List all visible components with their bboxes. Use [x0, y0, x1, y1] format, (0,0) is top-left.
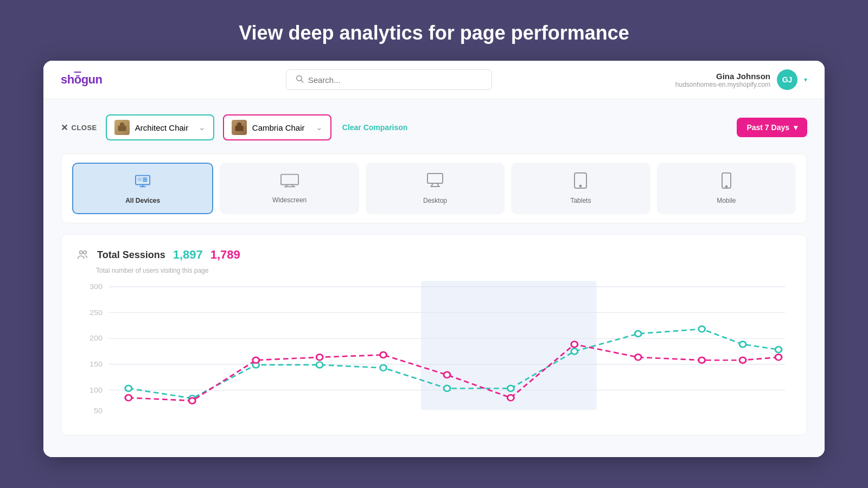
- svg-text:200: 200: [90, 335, 103, 342]
- close-button[interactable]: ✕ CLOSE: [61, 123, 97, 133]
- svg-text:300: 300: [90, 283, 103, 291]
- user-section: Gina Johnson hudsonhomes-en.myshopify.co…: [675, 69, 807, 90]
- svg-point-39: [380, 365, 387, 371]
- product2-dropdown[interactable]: Cambria Chair ⌄: [223, 114, 331, 140]
- user-store: hudsonhomes-en.myshopify.com: [675, 81, 770, 88]
- svg-point-54: [571, 342, 578, 348]
- tab-tablets[interactable]: Tablets: [511, 163, 650, 214]
- close-label: CLOSE: [72, 124, 97, 132]
- svg-rect-3: [235, 126, 243, 131]
- svg-point-56: [699, 357, 705, 363]
- search-bar: [102, 69, 675, 90]
- all-devices-icon: [135, 172, 151, 192]
- chart-title: Total Sessions: [97, 249, 165, 261]
- controls-row: ✕ CLOSE Architect Chair ⌄ Cambria Chair …: [61, 114, 807, 140]
- svg-text:250: 250: [90, 309, 103, 316]
- chart-subtitle: Total number of users visiting this page: [96, 267, 792, 274]
- svg-point-58: [775, 354, 782, 360]
- product2-name: Cambria Chair: [252, 123, 305, 132]
- tablet-icon: [574, 172, 587, 192]
- search-icon: [295, 74, 304, 85]
- svg-point-22: [84, 251, 87, 254]
- svg-rect-13: [427, 174, 443, 183]
- tab-label: Desktop: [423, 197, 447, 204]
- date-range-button[interactable]: Past 7 Days ▾: [737, 118, 807, 137]
- svg-text:100: 100: [90, 386, 103, 394]
- svg-point-51: [380, 352, 387, 358]
- app-container: shōgun Gina Johnson hudsonhomes-en.mysho…: [43, 61, 825, 457]
- svg-point-40: [444, 386, 450, 391]
- tab-all-devices[interactable]: All Devices: [72, 163, 213, 214]
- tab-label: Widescreen: [272, 196, 307, 204]
- close-icon: ✕: [61, 123, 68, 133]
- chart-title-group: Total Sessions 1,897 1,789: [97, 248, 240, 262]
- tab-label: Mobile: [717, 197, 736, 204]
- tab-label: Tablets: [570, 197, 591, 204]
- svg-point-41: [507, 386, 514, 391]
- svg-rect-9: [281, 175, 298, 185]
- svg-point-35: [125, 386, 132, 391]
- line-chart-svg: 300 250 200 150 100 50: [76, 281, 792, 422]
- tab-mobile[interactable]: Mobile: [657, 163, 796, 214]
- page-title: View deep analytics for page performance: [0, 0, 868, 61]
- user-info: Gina Johnson hudsonhomes-en.myshopify.co…: [675, 72, 770, 88]
- svg-point-20: [725, 186, 727, 188]
- sessions-icon: [76, 249, 88, 264]
- chevron-down-icon: ⌄: [316, 123, 323, 132]
- svg-point-21: [80, 251, 83, 254]
- mobile-icon: [722, 172, 731, 192]
- svg-point-55: [635, 354, 641, 360]
- svg-rect-2: [118, 126, 126, 131]
- svg-line-1: [301, 80, 303, 82]
- svg-point-45: [739, 342, 746, 348]
- svg-point-50: [316, 354, 323, 360]
- search-input[interactable]: [308, 75, 483, 85]
- tab-desktop[interactable]: Desktop: [366, 163, 505, 214]
- chart-value-green: 1,897: [173, 248, 203, 262]
- svg-text:50: 50: [94, 407, 103, 414]
- svg-point-48: [189, 398, 195, 404]
- avatar[interactable]: GJ: [777, 69, 797, 90]
- svg-point-44: [699, 326, 705, 332]
- chart-value-pink: 1,789: [210, 248, 240, 262]
- chart-header: Total Sessions 1,897 1,789: [76, 248, 792, 264]
- svg-point-53: [507, 395, 514, 401]
- product2-thumbnail: [232, 120, 247, 135]
- tab-widescreen[interactable]: Widescreen: [220, 163, 359, 214]
- clear-comparison-button[interactable]: Clear Comparison: [342, 123, 408, 132]
- svg-text:150: 150: [90, 361, 103, 368]
- chevron-down-icon: ⌄: [199, 123, 206, 132]
- device-tabs-panel: All Devices Widescreen: [61, 153, 807, 223]
- svg-point-52: [444, 372, 450, 378]
- tab-label: All Devices: [125, 197, 160, 204]
- widescreen-icon: [280, 173, 299, 192]
- svg-point-38: [316, 362, 323, 368]
- desktop-icon: [427, 172, 443, 192]
- chart-area: 300 250 200 150 100 50: [76, 281, 792, 422]
- product1-name: Architect Chair: [135, 123, 188, 132]
- svg-point-43: [635, 331, 641, 337]
- svg-point-42: [571, 349, 578, 355]
- svg-point-47: [125, 395, 132, 401]
- product1-thumbnail: [114, 120, 130, 135]
- chart-panel: Total Sessions 1,897 1,789 Total number …: [61, 234, 807, 435]
- svg-point-57: [739, 357, 746, 363]
- main-content: ✕ CLOSE Architect Chair ⌄ Cambria Chair …: [43, 99, 825, 457]
- chevron-down-icon: ▾: [794, 123, 797, 132]
- search-input-wrap[interactable]: [286, 69, 492, 90]
- top-nav: shōgun Gina Johnson hudsonhomes-en.mysho…: [43, 61, 825, 99]
- logo: shōgun: [61, 73, 102, 87]
- chevron-down-icon[interactable]: ▾: [804, 76, 807, 84]
- svg-point-46: [775, 346, 782, 352]
- svg-rect-5: [138, 177, 142, 181]
- svg-point-49: [253, 357, 259, 363]
- svg-point-18: [580, 185, 582, 187]
- user-name: Gina Johnson: [675, 72, 770, 81]
- product1-dropdown[interactable]: Architect Chair ⌄: [106, 114, 214, 140]
